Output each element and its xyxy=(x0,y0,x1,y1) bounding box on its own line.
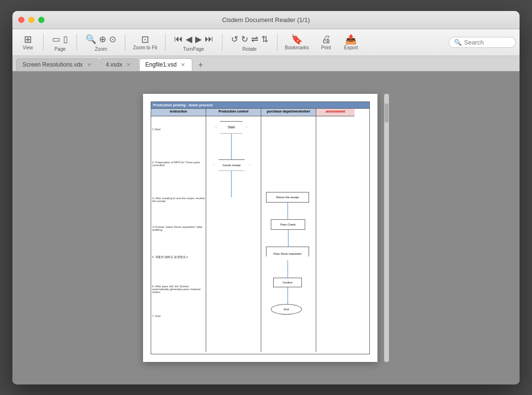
first-page-icon: ⏮ xyxy=(173,33,184,45)
export-icon: 📤 xyxy=(345,34,357,44)
vertical-scrollbar[interactable] xyxy=(384,94,389,362)
window-controls xyxy=(18,17,44,23)
tab-4vsdx[interactable]: 4.vsdx ✕ xyxy=(100,58,138,71)
col-purchase: purchase department/other Return the rec… xyxy=(261,109,316,352)
page-single-icon: ▭ xyxy=(51,33,61,45)
zoom-to-fit-button[interactable]: ⊡ Zoom to Fit xyxy=(129,33,161,52)
diagram-title: Production picking - down process xyxy=(151,102,369,109)
connector-3 xyxy=(288,203,288,219)
separator-3 xyxy=(125,34,125,51)
connector-2 xyxy=(231,171,232,197)
pass-check-shape: Pass Check xyxy=(271,219,305,230)
rotate-left-icon: ↺ xyxy=(230,33,239,45)
last-page-icon: ⏭ xyxy=(204,33,214,45)
close-button[interactable] xyxy=(18,17,24,23)
step-2-label: 2. Preparation of MPS for Three parts co… xyxy=(152,161,206,167)
search-box[interactable]: 🔍 xyxy=(449,37,516,48)
rotate-right-icon: ↻ xyxy=(240,33,249,45)
goods-receipt-shape: Goods receipt xyxy=(213,159,250,171)
maximize-button[interactable] xyxy=(38,17,44,23)
connector-6 xyxy=(288,287,288,304)
next-page-icon: ▶ xyxy=(194,33,203,45)
step-4-label: 4 Choose "place Stock requisition" after… xyxy=(152,226,206,231)
connector-5 xyxy=(288,261,288,278)
return-receipt-shape: Return the receipt xyxy=(266,192,309,203)
zoom-in-icon: ⊕ xyxy=(98,33,107,45)
flip-v-icon: ⇅ xyxy=(260,33,269,45)
export-button[interactable]: 📤 Export xyxy=(340,33,363,52)
print-button[interactable]: 🖨 Print xyxy=(315,33,338,52)
separator-1 xyxy=(43,34,44,51)
separator-6 xyxy=(277,34,277,51)
tab-label: 4.vsdx xyxy=(106,61,122,68)
view-button[interactable]: ⊞ View xyxy=(16,33,39,52)
zoom-button[interactable]: 🔍 ⊕ ⊙ Zoom xyxy=(81,31,121,54)
col-body-purchase: Return the receipt Pass Check Pass Stock… xyxy=(261,116,316,352)
prev-page-icon: ◀ xyxy=(185,33,193,45)
content-area: Production picking - down process instru… xyxy=(12,71,520,384)
page-double-icon: ▯ xyxy=(62,33,69,45)
connector-1 xyxy=(231,134,232,160)
separator-4 xyxy=(165,34,166,51)
turn-page-button[interactable]: ⏮ ◀ ▶ ⏭ TurnPage xyxy=(169,31,218,54)
swimlane-diagram: Production picking - down process instru… xyxy=(151,102,370,354)
titlebar: Cisdem Document Reader (1/1) xyxy=(12,11,520,29)
col-production: Production control Start Goods receipt xyxy=(206,109,261,352)
col-body-production: Start Goods receipt xyxy=(206,116,261,352)
confirm-shape: Confirm xyxy=(273,278,302,287)
bookmarks-icon: 🔖 xyxy=(291,34,303,44)
col-assessment: assessment xyxy=(316,109,355,352)
tab-label: Screen Resolutions.vdx xyxy=(22,61,83,68)
step-6-label: 6. After pass sell, the System automatic… xyxy=(152,285,206,293)
page-button[interactable]: ▭ ▯ Page xyxy=(47,31,73,54)
window-title: Cisdem Document Reader (1/1) xyxy=(222,16,310,23)
app-window: Cisdem Document Reader (1/1) ⊞ View ▭ ▯ … xyxy=(12,11,520,384)
connector-4 xyxy=(288,230,288,247)
step-3-label: 3. After creating to see the scope, rece… xyxy=(152,197,206,203)
tab-close-engfile1[interactable]: ✕ xyxy=(179,61,186,68)
minimize-button[interactable] xyxy=(28,17,34,23)
tab-label: Engfile1.vsd xyxy=(145,61,177,68)
col-header-assessment: assessment xyxy=(316,109,355,116)
search-input[interactable] xyxy=(464,39,510,46)
tab-screen-resolutions[interactable]: Screen Resolutions.vdx ✕ xyxy=(16,58,99,71)
separator-2 xyxy=(77,34,77,51)
col-body-instruction: 1.Start 2. Preparation of MPS for Three … xyxy=(151,116,206,352)
tab-engfile1[interactable]: Engfile1.vsd ✕ xyxy=(139,58,192,71)
zoom-out-icon: 🔍 xyxy=(85,33,97,45)
zoom-reset-icon: ⊙ xyxy=(108,33,117,45)
view-icon: ⊞ xyxy=(24,34,32,44)
col-header-production: Production control xyxy=(206,109,261,116)
tab-close-screen-resolutions[interactable]: ✕ xyxy=(86,61,92,68)
bookmarks-button[interactable]: 🔖 Bookmarks xyxy=(281,33,313,52)
separator-5 xyxy=(222,34,222,51)
zoom-fit-icon: ⊡ xyxy=(141,34,149,44)
rotate-button[interactable]: ↺ ↻ ⇌ ⇅ Rotate xyxy=(226,31,273,54)
col-header-instruction: instruction xyxy=(151,109,206,116)
tab-close-4vsdx[interactable]: ✕ xyxy=(125,61,132,68)
scrollbar-thumb[interactable] xyxy=(385,103,388,123)
print-icon: 🖨 xyxy=(321,34,331,44)
search-icon: 🔍 xyxy=(454,39,462,46)
pass-stock-shape: Pass Stock requisition xyxy=(266,247,309,261)
swimlane-columns: instruction 1.Start 2. Preparation of MP… xyxy=(151,109,369,352)
step-7-label: 7. End. xyxy=(152,315,161,317)
tabs-bar: Screen Resolutions.vdx ✕ 4.vsdx ✕ Engfil… xyxy=(12,56,520,71)
step-5-label: 5. 零配件 领料后 处理情况 II xyxy=(152,255,188,260)
col-instruction: instruction 1.Start 2. Preparation of MP… xyxy=(151,109,206,352)
col-body-assessment xyxy=(316,116,355,352)
document-page: Production picking - down process instru… xyxy=(143,94,377,362)
col-header-purchase: purchase department/other xyxy=(261,109,316,116)
flip-icon: ⇌ xyxy=(250,33,259,45)
toolbar: ⊞ View ▭ ▯ Page 🔍 ⊕ ⊙ Zoom ⊡ Zoom to Fit xyxy=(12,29,520,56)
add-tab-button[interactable]: + xyxy=(195,60,206,71)
start-shape: Start xyxy=(216,121,247,134)
end-shape: End xyxy=(271,304,302,315)
step-1-label: 1.Start xyxy=(152,128,161,131)
